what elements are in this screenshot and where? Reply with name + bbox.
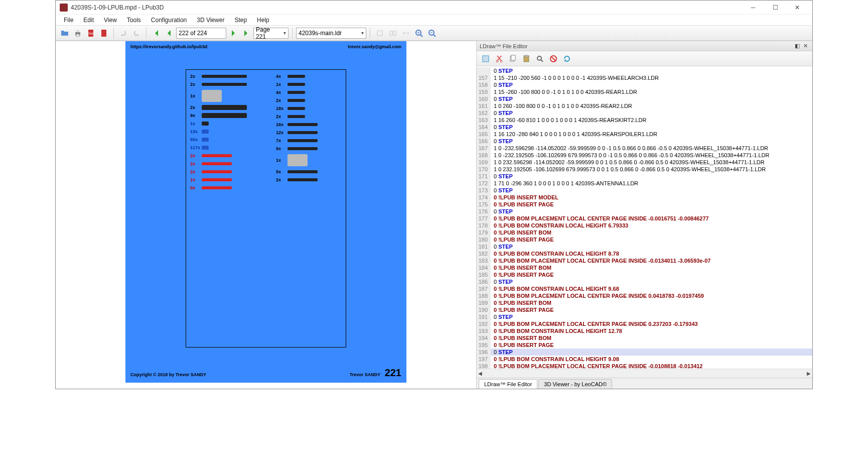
- titlebar: 42039S-1-09-LPUB.mpd - LPub3D ─ ☐ ✕: [56, 1, 812, 15]
- dock-float-button[interactable]: ◧: [793, 42, 801, 50]
- zoom-fit-button[interactable]: [374, 27, 386, 39]
- last-page-button[interactable]: [240, 27, 252, 39]
- maximize-button[interactable]: ☐: [764, 1, 786, 15]
- code-line[interactable]: 1600 STEP: [477, 95, 812, 102]
- code-line[interactable]: 1640 STEP: [477, 124, 812, 131]
- code-line[interactable]: 1671 0 -232.596298 -114.052002 -59.99959…: [477, 145, 812, 152]
- code-line[interactable]: 1780 !LPUB BOM CONSTRAIN LOCAL HEIGHT 6.…: [477, 222, 812, 229]
- zoom-out-button[interactable]: [426, 27, 438, 39]
- code-line[interactable]: 1681 0 -232.192505 -106.102699 679.99957…: [477, 152, 812, 159]
- editor-scrollbar[interactable]: ◀ ▶: [477, 369, 812, 378]
- code-line[interactable]: 1580 STEP: [477, 81, 812, 88]
- svg-rect-6: [377, 31, 382, 36]
- code-line[interactable]: 1830 !LPUB BOM PLACEMENT LOCAL CENTER PA…: [477, 257, 812, 264]
- code-editor[interactable]: 0 STEP1571 15 -210 -200 560 -1 0 0 0 1 0…: [477, 66, 812, 369]
- editor-tab[interactable]: 3D Viewer - by LeoCAD©: [538, 379, 612, 389]
- minimize-button[interactable]: ─: [742, 1, 764, 15]
- menu-file[interactable]: File: [59, 16, 78, 25]
- code-line[interactable]: 1571 15 -210 -200 560 -1 0 0 0 1 0 0 0 -…: [477, 74, 812, 81]
- first-page-button[interactable]: [150, 27, 162, 39]
- code-line[interactable]: 1631 16 260 -60 810 1 0 0 0 1 0 0 0 1 42…: [477, 117, 812, 124]
- code-line[interactable]: 1940 !LPUB INSERT BOM: [477, 334, 812, 341]
- zoom-width-button[interactable]: [400, 27, 412, 39]
- page-number-field[interactable]: [176, 28, 226, 39]
- bom-part: 2x: [190, 105, 256, 110]
- code-line[interactable]: 1980 !LPUB BOM PLACEMENT LOCAL CENTER PA…: [477, 363, 812, 369]
- code-line[interactable]: 1710 STEP: [477, 173, 812, 180]
- code-line[interactable]: 1960 STEP: [477, 349, 812, 356]
- open-file-button[interactable]: [59, 27, 71, 39]
- bom-part: 2x: [276, 114, 342, 119]
- code-line[interactable]: 1691 0 232.596298 -114.052002 -59.999599…: [477, 159, 812, 166]
- code-line[interactable]: 1810 STEP: [477, 243, 812, 250]
- scroll-right-icon[interactable]: ▶: [807, 371, 811, 376]
- menu-configuration[interactable]: Configuration: [146, 16, 192, 25]
- code-line[interactable]: 1880 !LPUB BOM PLACEMENT LOCAL CENTER PA…: [477, 292, 812, 299]
- menu-step[interactable]: Step: [229, 16, 252, 25]
- menu-edit[interactable]: Edit: [78, 16, 99, 25]
- code-line[interactable]: 1730 STEP: [477, 187, 812, 194]
- code-line[interactable]: 1870 !LPUB BOM CONSTRAIN LOCAL HEIGHT 9.…: [477, 285, 812, 292]
- code-line[interactable]: 1750 !LPUB INSERT PAGE: [477, 201, 812, 208]
- zoom-in-button[interactable]: [413, 27, 425, 39]
- code-line[interactable]: 1651 16 120 -280 840 1 0 0 0 1 0 0 0 1 4…: [477, 131, 812, 138]
- model-select-combo[interactable]: 42039s-main.ldr: [296, 28, 366, 39]
- code-line[interactable]: 1721 71 0 -296 360 1 0 0 0 1 0 0 0 1 420…: [477, 180, 812, 187]
- export-pdf-button[interactable]: PDF: [85, 27, 97, 39]
- preview-pane[interactable]: https://trevorsandy.github.io/lpub3d tre…: [56, 41, 476, 389]
- code-line[interactable]: 1620 STEP: [477, 109, 812, 117]
- menu-3d-viewer[interactable]: 3D Viewer: [192, 16, 229, 25]
- code-line[interactable]: 1840 !LPUB INSERT BOM: [477, 264, 812, 271]
- bom-part: 2x: [190, 153, 256, 158]
- cut-button[interactable]: [493, 53, 505, 65]
- menu-help[interactable]: Help: [252, 16, 274, 25]
- page-url: https://trevorsandy.github.io/lpub3d: [130, 44, 207, 49]
- prev-page-button[interactable]: [163, 27, 175, 39]
- code-line[interactable]: 1591 15 -260 -100 800 0 0 -1 0 1 0 1 0 0…: [477, 88, 812, 95]
- refresh-button[interactable]: [561, 53, 573, 65]
- bom-part: 4x: [276, 90, 342, 95]
- code-line[interactable]: 1930 !LPUB BOM CONSTRAIN LOCAL HEIGHT 12…: [477, 327, 812, 334]
- page-copyright: Copyright © 2018 by Trevor SANDY: [130, 372, 206, 377]
- code-line[interactable]: 1760 STEP: [477, 208, 812, 215]
- code-line[interactable]: 1910 STEP: [477, 313, 812, 320]
- menu-view[interactable]: View: [99, 16, 122, 25]
- page-email: trevor.sandy@gmail.com: [348, 44, 401, 49]
- zoom-actual-button[interactable]: [387, 27, 399, 39]
- paste-button[interactable]: [520, 53, 532, 65]
- editor-tab[interactable]: LDraw™ File Editor: [479, 379, 537, 389]
- code-line[interactable]: 1800 !LPUB INSERT PAGE: [477, 236, 812, 243]
- dock-close-button[interactable]: ✕: [801, 42, 809, 50]
- code-line[interactable]: 1740 !LPUB INSERT MODEL: [477, 194, 812, 201]
- close-button[interactable]: ✕: [786, 1, 808, 15]
- code-line[interactable]: 1920 !LPUB BOM PLACEMENT LOCAL CENTER PA…: [477, 320, 812, 327]
- code-line[interactable]: 1820 !LPUB BOM CONSTRAIN LOCAL HEIGHT 8.…: [477, 250, 812, 257]
- bom-part: 2x: [276, 177, 342, 182]
- code-line[interactable]: 1611 0 260 -100 800 0 0 -1 0 1 0 1 0 0 4…: [477, 102, 812, 109]
- code-line[interactable]: 1900 !LPUB INSERT PAGE: [477, 306, 812, 313]
- bom-part: 2x: [190, 82, 256, 87]
- code-line[interactable]: 1770 !LPUB BOM PLACEMENT LOCAL CENTER PA…: [477, 215, 812, 222]
- code-line[interactable]: 1890 !LPUB INSERT BOM: [477, 299, 812, 306]
- code-line[interactable]: 1701 0 232.192505 -106.102699 679.999573…: [477, 166, 812, 173]
- delete-button[interactable]: [547, 53, 559, 65]
- code-line[interactable]: 1790 !LPUB INSERT BOM: [477, 229, 812, 236]
- code-line[interactable]: 1950 !LPUB INSERT PAGE: [477, 341, 812, 349]
- copy-button[interactable]: [507, 53, 519, 65]
- menubar: FileEditViewToolsConfiguration3D ViewerS…: [56, 15, 812, 26]
- code-line[interactable]: 1970 !LPUB BOM CONSTRAIN LOCAL HEIGHT 9.…: [477, 356, 812, 363]
- code-line[interactable]: 1860 STEP: [477, 278, 812, 285]
- scroll-left-icon[interactable]: ◀: [478, 371, 482, 376]
- find-button[interactable]: [534, 53, 546, 65]
- redo-button[interactable]: [130, 27, 142, 39]
- next-page-button[interactable]: [227, 27, 239, 39]
- export-pdf2-button[interactable]: [98, 27, 110, 39]
- select-all-button[interactable]: [480, 53, 492, 65]
- page-select-combo[interactable]: Page 221: [253, 28, 288, 39]
- undo-button[interactable]: [117, 27, 129, 39]
- menu-tools[interactable]: Tools: [122, 16, 146, 25]
- code-line[interactable]: 1660 STEP: [477, 138, 812, 145]
- print-button[interactable]: [72, 27, 84, 39]
- code-line[interactable]: 0 STEP: [477, 67, 812, 74]
- code-line[interactable]: 1850 !LPUB INSERT PAGE: [477, 271, 812, 278]
